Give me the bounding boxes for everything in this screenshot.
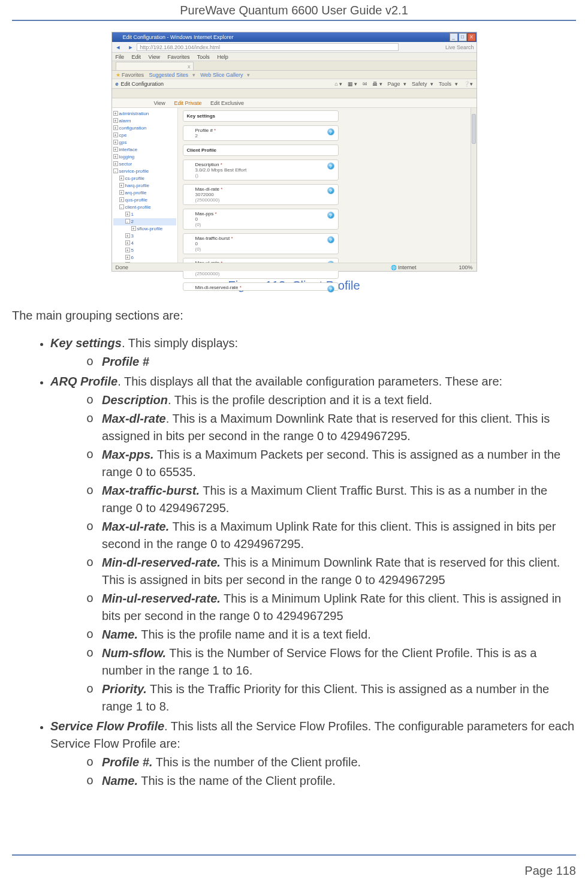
tree-node-logging[interactable]: +logging — [113, 153, 176, 161]
new-tab[interactable]: x — [116, 62, 194, 70]
menu-tools[interactable]: Tools — [197, 54, 210, 60]
tree-node-label: 2 — [131, 219, 134, 224]
field-value[interactable]: 0 — [195, 241, 334, 246]
window-maximize-button[interactable]: □ — [459, 33, 467, 41]
sub-list-item: Name. This is the profile name and it is… — [86, 626, 576, 643]
tree-node-1[interactable]: +1 — [113, 211, 176, 218]
field-value[interactable]: 0 — [195, 216, 334, 222]
tree-node-4[interactable]: +4 — [113, 240, 176, 247]
expand-icon[interactable]: + — [113, 125, 118, 130]
expand-icon[interactable]: + — [113, 147, 118, 152]
collapse-icon[interactable]: - — [119, 204, 124, 209]
expand-icon[interactable]: + — [119, 197, 124, 202]
help-icon[interactable]: ? — [327, 212, 334, 219]
window-minimize-button[interactable]: _ — [450, 33, 458, 41]
expand-icon[interactable]: + — [125, 240, 130, 245]
dropdown-icon[interactable]: ▾ — [455, 81, 458, 87]
collapse-icon[interactable]: - — [113, 168, 118, 173]
tree-node-5[interactable]: +5 — [113, 247, 176, 254]
expand-icon[interactable]: + — [113, 140, 118, 145]
tree-node-alarm[interactable]: +alarm — [113, 118, 176, 125]
tree-node-cs-profile[interactable]: +cs-profile — [113, 175, 176, 182]
expand-icon[interactable]: + — [113, 161, 118, 166]
section-key-settings: Key settings — [183, 110, 339, 122]
page-menu[interactable]: Page — [387, 81, 400, 87]
dropdown-icon[interactable]: ▾ — [430, 81, 433, 87]
expand-icon[interactable]: + — [125, 255, 130, 260]
expand-icon[interactable]: + — [113, 118, 118, 123]
field-value[interactable]: 3.0/2.0 Mbps Best Effort — [195, 167, 334, 173]
tree-node-6[interactable]: +6 — [113, 254, 176, 261]
feed-icon[interactable]: ▦ ▾ — [348, 81, 358, 87]
address-url-field[interactable]: http://192.168.200.104/index.html — [137, 43, 398, 51]
expand-icon[interactable]: + — [119, 190, 124, 195]
menu-edit[interactable]: Edit — [132, 54, 141, 60]
sub-list: Profile # — [50, 353, 576, 371]
nav-forward-icon[interactable]: ► — [124, 44, 137, 50]
expand-icon[interactable]: + — [125, 212, 130, 216]
tree-node-gps[interactable]: +gps — [113, 139, 176, 146]
expand-icon[interactable]: + — [125, 233, 130, 238]
menu-favorites[interactable]: Favorites — [167, 54, 189, 60]
expand-icon[interactable]: + — [125, 248, 130, 252]
dropdown-icon[interactable]: ▾ — [192, 72, 195, 78]
tree-node-arq-profile[interactable]: +arq-profile — [113, 189, 176, 197]
tree-node-harq-profile[interactable]: +harq-profile — [113, 182, 176, 189]
scrollbar-thumb[interactable] — [472, 114, 476, 144]
tools-menu[interactable]: Tools — [439, 81, 451, 87]
menu-help[interactable]: Help — [217, 54, 228, 60]
tree-node-client-profile[interactable]: -client-profile — [113, 204, 176, 211]
tree-node-sector[interactable]: +sector — [113, 161, 176, 168]
tree-node-sflow-profile[interactable]: +sflow-profile — [113, 225, 176, 233]
help-icon[interactable]: ? — [327, 285, 334, 293]
print-icon[interactable]: 🖶 ▾ — [372, 81, 382, 87]
help-icon[interactable]: ? — [327, 187, 334, 194]
tree-node-administration[interactable]: +administration — [113, 110, 176, 118]
tree-node-service-profile[interactable]: -service-profile — [113, 168, 176, 175]
expand-icon[interactable]: + — [113, 111, 118, 116]
favorites-label[interactable]: Favorites — [122, 72, 144, 78]
nav-back-icon[interactable]: ◄ — [112, 44, 125, 50]
field-value[interactable]: 2 — [195, 133, 334, 139]
help-icon[interactable]: ❔▾ — [463, 81, 473, 87]
document-tab-title[interactable]: Edit Configuration — [121, 81, 164, 87]
tree-node-qos-profile[interactable]: +qos-profile — [113, 197, 176, 204]
field-min-dl-reserved-rate: ? Min-dl-reserved-rate * — [183, 282, 339, 291]
suggested-sites-link[interactable]: Suggested Sites — [149, 72, 189, 78]
help-icon[interactable]: ? — [327, 128, 334, 136]
tree-node-label: 5 — [131, 248, 134, 253]
expand-icon[interactable]: + — [113, 154, 118, 159]
favorites-star-icon[interactable]: ★ — [116, 72, 120, 78]
action-edit-exclusive[interactable]: Edit Exclusive — [210, 100, 244, 106]
tree-node-interface[interactable]: +interface — [113, 146, 176, 153]
action-edit-private[interactable]: Edit Private — [174, 100, 201, 106]
expand-icon[interactable]: + — [131, 226, 136, 231]
web-slice-gallery-link[interactable]: Web Slice Gallery — [200, 72, 243, 78]
tree-node-configuration[interactable]: +configuration — [113, 125, 176, 132]
help-icon[interactable]: ? — [327, 236, 334, 243]
field-max-traffic-burst: ? Max-traffic-burst * 0 (0) — [183, 233, 339, 254]
sub-list: Description. This is the profile descrip… — [50, 392, 576, 715]
dropdown-icon[interactable]: ▾ — [403, 81, 406, 87]
window-close-button[interactable]: X — [468, 33, 476, 41]
tree-node-cpe[interactable]: +cpe — [113, 132, 176, 139]
menu-file[interactable]: File — [116, 54, 125, 60]
search-box[interactable]: Live Search — [399, 44, 477, 50]
expand-icon[interactable]: + — [119, 183, 124, 188]
tree-node-2[interactable]: -2 — [113, 218, 176, 225]
mail-icon[interactable]: ✉ — [363, 81, 367, 87]
action-view[interactable]: View — [154, 100, 165, 106]
status-zoom[interactable]: 100% — [459, 263, 472, 272]
status-internet-zone: Internet — [391, 263, 417, 272]
menu-view[interactable]: View — [149, 54, 160, 60]
tree-node-3[interactable]: +3 — [113, 233, 176, 240]
safety-menu[interactable]: Safety — [412, 81, 427, 87]
expand-icon[interactable]: + — [113, 133, 118, 137]
expand-icon[interactable]: + — [119, 176, 124, 180]
dropdown-icon[interactable]: ▾ — [247, 72, 250, 78]
vertical-scrollbar[interactable] — [471, 108, 477, 263]
help-icon[interactable]: ? — [327, 162, 334, 170]
field-value[interactable]: 3072000 — [195, 192, 334, 197]
home-icon[interactable]: ⌂ ▾ — [334, 81, 342, 87]
collapse-icon[interactable]: - — [125, 219, 130, 224]
